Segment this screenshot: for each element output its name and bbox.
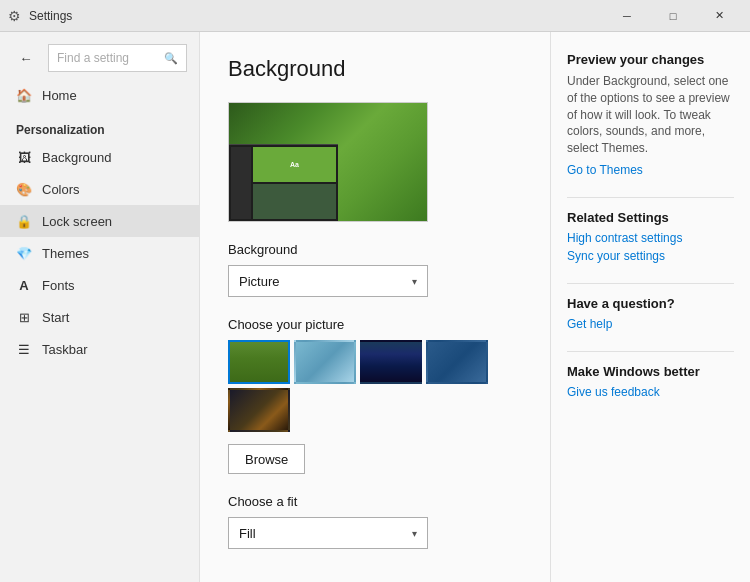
minimize-button[interactable]: ─ (604, 0, 650, 32)
sidebar-nav-top: ← Find a setting 🔍 (0, 40, 199, 80)
sidebar-taskbar-label: Taskbar (42, 342, 88, 357)
divider-1 (567, 197, 734, 198)
fit-dropdown[interactable]: Fill ▾ (228, 517, 428, 549)
sidebar-section-title: Personalization (0, 111, 199, 141)
background-icon: 🖼 (16, 149, 32, 165)
question-section: Have a question? Get help (567, 296, 734, 331)
sidebar-background-label: Background (42, 150, 111, 165)
background-preview: Aa (228, 102, 428, 222)
search-icon: 🔍 (164, 52, 178, 65)
get-help-link[interactable]: Get help (567, 317, 734, 331)
picture-section: Choose your picture Browse (228, 317, 522, 474)
taskbar-icon: ☰ (16, 341, 32, 357)
feedback-title: Make Windows better (567, 364, 734, 379)
sync-settings-link[interactable]: Sync your settings (567, 249, 734, 263)
picture-thumb-5[interactable] (228, 388, 290, 432)
back-button[interactable]: ← (12, 44, 40, 72)
home-icon: 🏠 (16, 88, 32, 103)
preview-tile-small (253, 184, 336, 219)
picture-thumb-4[interactable] (426, 340, 488, 384)
related-settings-section: Related Settings High contrast settings … (567, 210, 734, 263)
fit-dropdown-arrow: ▾ (412, 528, 417, 539)
picture-thumb-1[interactable] (228, 340, 290, 384)
divider-3 (567, 351, 734, 352)
page-title: Background (228, 56, 522, 82)
picture-grid (228, 340, 522, 432)
sidebar-themes-label: Themes (42, 246, 89, 261)
main-content: Background Aa Background Picture ▾ Choos… (200, 32, 550, 582)
background-dropdown[interactable]: Picture ▾ (228, 265, 428, 297)
right-panel: Preview your changes Under Background, s… (550, 32, 750, 582)
background-dropdown-arrow: ▾ (412, 276, 417, 287)
preview-section: Preview your changes Under Background, s… (567, 52, 734, 177)
home-label: Home (42, 88, 77, 103)
choose-fit-label: Choose a fit (228, 494, 522, 509)
related-settings-title: Related Settings (567, 210, 734, 225)
preview-ui-overlay: Aa (229, 144, 338, 221)
close-button[interactable]: ✕ (696, 0, 742, 32)
sidebar-item-themes[interactable]: 💎 Themes (0, 237, 199, 269)
choose-picture-label: Choose your picture (228, 317, 522, 332)
browse-button[interactable]: Browse (228, 444, 305, 474)
picture-thumb-3[interactable] (360, 340, 422, 384)
question-title: Have a question? (567, 296, 734, 311)
background-dropdown-value: Picture (239, 274, 279, 289)
background-section: Background Picture ▾ (228, 242, 522, 297)
high-contrast-link[interactable]: High contrast settings (567, 231, 734, 245)
themes-icon: 💎 (16, 245, 32, 261)
maximize-button[interactable]: □ (650, 0, 696, 32)
go-to-themes-link[interactable]: Go to Themes (567, 163, 734, 177)
titlebar: ⚙ Settings ─ □ ✕ (0, 0, 750, 32)
preview-title: Preview your changes (567, 52, 734, 67)
sidebar-start-label: Start (42, 310, 69, 325)
lockscreen-icon: 🔒 (16, 213, 32, 229)
search-box[interactable]: Find a setting 🔍 (48, 44, 187, 72)
preview-tile-main: Aa (253, 147, 336, 182)
picture-thumb-2[interactable] (294, 340, 356, 384)
preview-grass-bg: Aa (229, 103, 427, 221)
titlebar-controls: ─ □ ✕ (604, 0, 742, 32)
feedback-section: Make Windows better Give us feedback (567, 364, 734, 399)
divider-2 (567, 283, 734, 284)
preview-text: Under Background, select one of the opti… (567, 73, 734, 157)
sidebar-lockscreen-label: Lock screen (42, 214, 112, 229)
sidebar-item-colors[interactable]: 🎨 Colors (0, 173, 199, 205)
colors-icon: 🎨 (16, 181, 32, 197)
sidebar-item-fonts[interactable]: A Fonts (0, 269, 199, 301)
fit-dropdown-value: Fill (239, 526, 256, 541)
app-container: ← Find a setting 🔍 🏠 Home Personalizatio… (0, 32, 750, 582)
fonts-icon: A (16, 277, 32, 293)
search-placeholder: Find a setting (57, 51, 129, 65)
titlebar-title: Settings (29, 9, 72, 23)
titlebar-left: ⚙ Settings (8, 8, 72, 24)
fit-section: Choose a fit Fill ▾ (228, 494, 522, 549)
sidebar-item-taskbar[interactable]: ☰ Taskbar (0, 333, 199, 365)
sidebar-item-home[interactable]: 🏠 Home (0, 80, 199, 111)
feedback-link[interactable]: Give us feedback (567, 385, 734, 399)
sidebar-item-background[interactable]: 🖼 Background (0, 141, 199, 173)
sidebar-colors-label: Colors (42, 182, 80, 197)
sidebar-item-start[interactable]: ⊞ Start (0, 301, 199, 333)
background-dropdown-label: Background (228, 242, 522, 257)
sidebar-item-lockscreen[interactable]: 🔒 Lock screen (0, 205, 199, 237)
sidebar: ← Find a setting 🔍 🏠 Home Personalizatio… (0, 32, 200, 582)
sidebar-fonts-label: Fonts (42, 278, 75, 293)
settings-app-icon: ⚙ (8, 8, 21, 24)
start-icon: ⊞ (16, 309, 32, 325)
preview-sidebar-mini (231, 147, 251, 219)
